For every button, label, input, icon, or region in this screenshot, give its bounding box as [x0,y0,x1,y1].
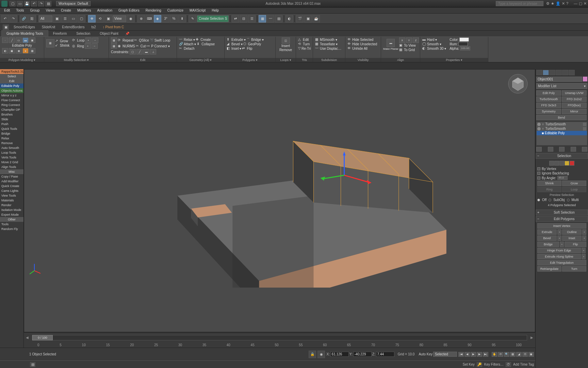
btn-extrude-set[interactable]: ▫ [557,229,561,235]
so-edge-icon[interactable] [554,161,559,166]
show-end-result-icon[interactable] [548,147,553,152]
angle-spinner[interactable]: 45.0 [557,176,568,180]
use-stack-icon[interactable]: ● [22,48,29,53]
ribbon-pin-icon[interactable]: 📌 [123,31,131,36]
lp-render[interactable]: Render [0,203,23,208]
qat-project-icon[interactable]: ▤ [45,1,51,6]
hard-icon[interactable]: ▬ [422,37,426,42]
align-z[interactable]: Z [413,37,419,43]
listener-icon[interactable]: ▤ [30,362,35,367]
menu-grapheditors[interactable]: Graph Editors [116,8,142,13]
keymode-combo[interactable]: Selected [433,352,457,357]
msmooth-icon[interactable]: ▦ [315,37,319,42]
create-icon[interactable]: ✚ [196,37,200,42]
lp-quick-create[interactable]: Quick Create [0,184,23,188]
tab-create-icon[interactable] [536,70,542,75]
selection-filter[interactable]: All [39,15,52,22]
lp-isolation[interactable]: Isolation Mode [0,208,23,212]
btn-bevel[interactable]: Bevel [537,235,557,241]
zoom-icon[interactable]: 🔍 [504,352,509,357]
hideunsel-label[interactable]: Hide Unselected [352,42,377,46]
detach-label[interactable]: Detach [184,47,195,50]
signin-icon[interactable]: 👤 [556,1,560,6]
link-icon[interactable]: 🔗 [20,15,28,22]
insert-label[interactable]: Insert [281,44,290,48]
graphite-toggle-icon[interactable]: ▦ [259,15,266,22]
tri-edit-label[interactable]: Edit [303,38,309,42]
menu-edit[interactable]: Edit [1,8,13,13]
retri-icon[interactable]: ▽ [298,46,301,50]
tab-display-icon[interactable] [562,70,568,75]
btn-hinge-set[interactable]: ▫ [582,248,586,253]
rt-ts2[interactable]: ts2 [89,25,98,29]
repeat-icon[interactable]: ⟳ [118,38,122,42]
lp-copy-paste[interactable]: Copy / Pase [0,174,23,179]
loop-label[interactable]: Loop [77,39,84,42]
goto-end-icon[interactable]: ▶| [483,352,488,357]
render-icon[interactable]: ☕ [312,15,320,22]
tab-motion-icon[interactable] [556,70,562,75]
lp-materials[interactable]: Materials [0,198,23,203]
tab-freeform[interactable]: Freeform [48,31,72,36]
tri-turn-label[interactable]: Turn [303,42,310,46]
polygon-mode-icon[interactable]: ▬ [22,37,29,43]
rt-smoothedges[interactable]: SmoothEdges [12,25,37,29]
help-icon[interactable]: ? [566,1,568,6]
bevel-icon[interactable]: ◢ [227,42,231,46]
lp-auto-smooth[interactable]: Auto Smooth [0,145,23,150]
mod-ffd333[interactable]: FFD 3x3x3 [536,103,561,108]
prev-frame-icon[interactable]: ◀ [464,352,470,357]
time-ruler[interactable]: 0510152025303540455055606570758085909510… [24,342,535,348]
app-logo-icon[interactable] [1,1,7,7]
menu-create[interactable]: Create [58,8,74,13]
hidesel-icon[interactable]: 👁 [347,37,352,42]
arc-rotate-icon[interactable]: ⟳ [498,352,503,357]
x-input[interactable]: 61.126 [330,352,349,357]
remove-label[interactable]: Remove [279,48,292,52]
btn-extrude[interactable]: Extrude [537,229,557,235]
lp-chamfer[interactable]: Champfer OP [0,107,23,112]
cut-icon[interactable]: ✂ [136,44,140,48]
color-swatch[interactable] [459,37,469,42]
grow-label[interactable]: Grow [60,39,68,43]
panel-lbl-modsel[interactable]: Modify Selection ▾ [44,58,109,62]
tab-selection[interactable]: Selection [71,31,95,36]
btn-ring[interactable]: Ring [537,187,561,192]
swiftloop-label[interactable]: Swift Loop [154,39,170,42]
lp-group-other[interactable]: Other [0,217,23,222]
stack-editable-poly[interactable]: ■Editable Poly [537,131,587,135]
lp-group-edit[interactable]: Edit [0,79,23,83]
btn-edittri[interactable]: Edit Triangulation [537,260,586,265]
y-input[interactable]: -40.229 [353,352,372,357]
chk-ignoreback[interactable] [537,172,540,175]
lp-view-tools[interactable]: View Tools [0,193,23,198]
tab-utilities-icon[interactable] [569,70,575,75]
lp-loop-tools[interactable]: Loop Tools [0,150,23,155]
retri-label[interactable]: Re-Tri [301,47,311,50]
tess-label[interactable]: Tessellate ▾ [320,42,338,46]
smooth-label[interactable]: Smooth ▾ [427,42,441,46]
qat-redo-icon[interactable]: ↷ [38,1,44,6]
togrid-label[interactable]: To Grid [404,48,415,52]
btn-loop[interactable]: Loop [562,187,586,192]
undo-icon[interactable]: ↶ [1,15,9,22]
redo-icon[interactable]: ↷ [10,15,17,22]
autokey-label[interactable]: Auto Key [419,352,432,356]
radio-subobj[interactable] [549,199,551,201]
ring-icon[interactable]: ◎ [72,44,76,48]
layers-icon[interactable]: ☰ [248,15,256,22]
so-polygon-icon[interactable] [565,161,569,166]
loop-shrink-icon[interactable]: − [92,37,98,43]
extrude-label[interactable]: Extrude ▾ [231,38,246,42]
time-prev-icon[interactable]: ◀ [24,336,31,339]
constraint-face-icon[interactable]: ▬ [143,49,149,55]
select-move-icon[interactable]: ✥ [88,15,96,22]
tab-hierarchy-icon[interactable] [549,70,555,75]
curve-editor-icon[interactable]: 〰 [267,15,274,22]
viewport-canvas[interactable] [24,70,535,288]
viewport[interactable]: [ + ] [ Perspective ] [ Shaded ] [24,69,535,332]
btn-outline-set[interactable]: ▫ [582,229,586,235]
btn-extalong[interactable]: Extrude Along Spline [537,254,581,259]
rt-pivot[interactable]: ↕ Pivot from C [101,25,126,29]
close-icon[interactable]: ✕ [584,1,587,6]
